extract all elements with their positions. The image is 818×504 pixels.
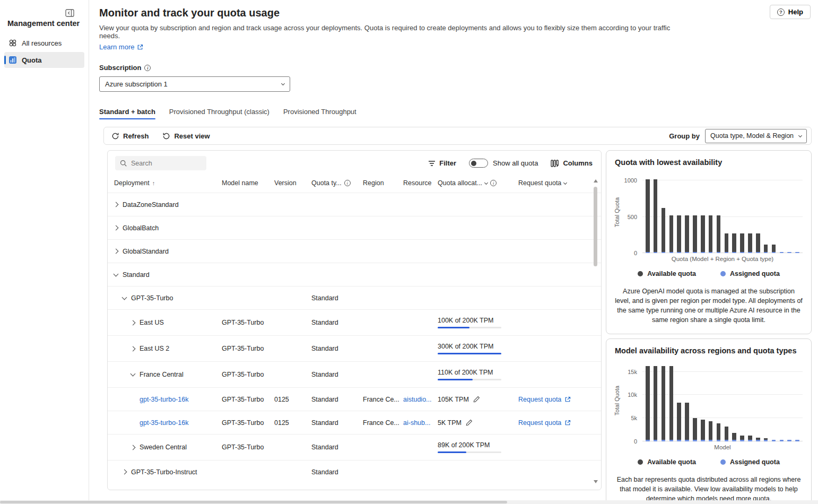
y-axis-label: Total Quota [614, 385, 620, 415]
show-all-quota-toggle[interactable]: Show all quota [469, 159, 538, 168]
info-icon[interactable]: i [144, 65, 151, 71]
info-icon[interactable]: i [344, 180, 351, 186]
bar [795, 440, 799, 441]
resource-link[interactable]: aistudio... [403, 396, 432, 403]
y-tick-label: 0 [634, 438, 637, 445]
collapse-sidebar-icon[interactable] [64, 7, 75, 18]
deployment-link[interactable]: gpt-35-turbo-16k [140, 396, 188, 403]
table-row[interactable]: gpt-35-turbo-16kGPT-35-Turbo0125Standard… [108, 411, 601, 434]
group-by-select[interactable]: Quota type, Model & Region [705, 129, 807, 143]
legend-available-quota: Available quota [638, 270, 696, 277]
toggle-off-icon [469, 159, 488, 168]
panel-title: Model availability across regions and qu… [615, 346, 803, 355]
edit-pencil-icon[interactable] [473, 396, 480, 403]
help-button[interactable]: ? Help [770, 5, 811, 19]
y-tick-label: 5k [631, 415, 637, 421]
request-quota-link[interactable]: Request quota [518, 419, 587, 427]
legend-dot-assigned [720, 459, 726, 465]
learn-more-link[interactable]: Learn more [99, 43, 143, 51]
x-axis-label: Model [642, 444, 803, 450]
table-row[interactable]: GlobalStandard [108, 239, 601, 263]
table-row[interactable]: GPT-35-TurboStandard [108, 286, 601, 309]
model-name-cell: GPT-35-Turbo [222, 345, 274, 352]
bar [772, 245, 776, 253]
chevron-right-icon[interactable] [130, 346, 136, 351]
quota-allocation-cell: 89K of 200K TPM [438, 441, 518, 453]
tab-provisioned-throughput-classic[interactable]: Provisioned Throughput (classic) [169, 108, 269, 119]
sidebar-item-all-resources[interactable]: All resources [4, 35, 84, 51]
filter-button[interactable]: Filter [428, 159, 456, 167]
gridline [642, 394, 803, 395]
chevron-down-icon [281, 82, 285, 85]
table-row[interactable]: gpt-35-turbo-16kGPT-35-Turbo0125Standard… [108, 387, 601, 411]
col-header-resource[interactable]: Resource [403, 179, 438, 187]
allocation-text: 100K of 200K TPM [438, 317, 518, 324]
sidebar-item-quota[interactable]: Quota [4, 52, 84, 68]
search-input-wrap [115, 156, 206, 170]
table-row[interactable]: DataZoneStandard [108, 193, 601, 216]
main-content: ? Help Monitor and track your quota usag… [89, 0, 818, 500]
scrollbar-thumb[interactable] [0, 501, 507, 503]
edit-pencil-icon[interactable] [466, 419, 473, 426]
quota-allocation-cell: 5K TPM [438, 419, 518, 427]
col-header-region[interactable]: Region [363, 179, 403, 187]
group-name: East US 2 [140, 345, 169, 352]
quota-type-cell: Standard [311, 294, 363, 302]
columns-icon [551, 160, 559, 167]
subscription-select[interactable]: Azure subscription 1 [99, 76, 290, 92]
resource-link[interactable]: ai-shub... [403, 419, 430, 427]
refresh-button[interactable]: Refresh [111, 132, 149, 140]
chevron-right-icon[interactable] [114, 202, 119, 207]
table-row[interactable]: Standard [108, 263, 601, 286]
table-row[interactable]: GPT-35-Turbo-InstructStandard [108, 460, 601, 483]
col-header-version[interactable]: Version [274, 179, 311, 187]
model-name-cell: GPT-35-Turbo [222, 444, 274, 451]
chevron-right-icon[interactable] [130, 445, 136, 450]
quota-lowest-availability-panel: Quota with lowest availability Total Quo… [606, 150, 812, 334]
chevron-down-icon[interactable] [130, 371, 136, 377]
table-row[interactable]: East US 2GPT-35-TurboStandard300K of 200… [108, 335, 601, 361]
chevron-down-icon[interactable] [114, 271, 119, 276]
table-row[interactable]: Sweden CentralGPT-35-TurboStandard89K of… [108, 434, 601, 460]
deployment-link[interactable]: gpt-35-turbo-16k [140, 419, 188, 427]
sort-ascending-icon: ↑ [152, 180, 155, 186]
tab-standard-batch[interactable]: Standard + batch [99, 108, 155, 119]
col-header-model-name[interactable]: Model name [222, 179, 274, 187]
request-quota-link[interactable]: Request quota [518, 396, 587, 403]
horizontal-scrollbar[interactable] [0, 500, 818, 504]
tab-provisioned-throughput[interactable]: Provisioned Throughput [283, 108, 356, 119]
reset-view-button[interactable]: Reset view [162, 132, 210, 140]
col-header-deployment[interactable]: Deployment↑ [108, 179, 222, 187]
table-row[interactable]: GlobalBatch [108, 216, 601, 239]
columns-button[interactable]: Columns [551, 159, 593, 167]
col-header-quota-allocated[interactable]: Quota allocat...i [438, 179, 518, 187]
bar [748, 436, 752, 441]
legend-assigned-quota: Assigned quota [720, 270, 780, 277]
col-header-request-quota[interactable]: Request quota [518, 179, 587, 187]
table-row[interactable]: East USGPT-35-TurboStandard100K of 200K … [108, 309, 601, 335]
chevron-down-icon[interactable] [122, 294, 127, 300]
model-name-cell: GPT-35-Turbo [222, 419, 274, 427]
vertical-scrollbar[interactable] [592, 178, 599, 484]
table-row[interactable]: France CentralGPT-35-TurboStandard110K o… [108, 361, 601, 387]
bar [732, 233, 736, 253]
legend-dot-available [638, 459, 643, 465]
chevron-right-icon[interactable] [130, 320, 136, 325]
search-input[interactable] [131, 160, 195, 167]
bar [787, 252, 791, 254]
model-name-cell: GPT-35-Turbo [222, 319, 274, 326]
chevron-right-icon[interactable] [114, 225, 119, 231]
chevron-right-icon[interactable] [114, 249, 119, 254]
chart-plot: 05k10k15k [642, 364, 803, 441]
scroll-down-icon[interactable] [594, 480, 598, 483]
bar [787, 440, 791, 441]
search-icon [120, 160, 127, 167]
reset-view-icon [162, 132, 170, 140]
col-header-quota-type[interactable]: Quota ty...i [311, 179, 363, 187]
bar [732, 433, 736, 441]
info-icon[interactable]: i [490, 180, 497, 186]
scrollbar-thumb[interactable] [594, 187, 597, 266]
scroll-up-icon[interactable] [594, 179, 598, 183]
chevron-right-icon[interactable] [122, 470, 127, 475]
quota-type-cell: Standard [311, 396, 363, 403]
